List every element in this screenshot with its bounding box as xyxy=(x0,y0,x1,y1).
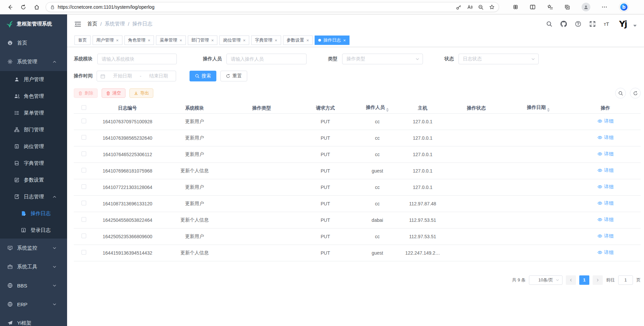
sidebar-item-parameter-settings[interactable]: 参数设置 xyxy=(0,172,67,188)
sidebar-item-home[interactable]: 首页 xyxy=(0,34,67,52)
sidebar-item-menu-management[interactable]: 菜单管理 xyxy=(0,105,67,121)
sidebar-item-system-management[interactable]: 系统管理 xyxy=(0,52,67,71)
tab-user-management[interactable]: 用户管理× xyxy=(93,36,122,45)
browser-refresh-button[interactable] xyxy=(17,1,29,13)
sidebar-item-yi-framework[interactable]: Yi框架 xyxy=(0,314,67,326)
close-icon[interactable]: × xyxy=(343,38,346,43)
github-icon[interactable] xyxy=(560,21,567,27)
avatar-caret-icon[interactable] xyxy=(633,25,637,27)
sidebar-item-department-management[interactable]: 部门管理 xyxy=(0,121,67,138)
end-date-placeholder[interactable]: 结束日期 xyxy=(145,73,172,79)
browser-profile-avatar[interactable] xyxy=(582,3,590,11)
detail-link[interactable]: 详细 xyxy=(597,250,613,256)
start-date-placeholder[interactable]: 开始日期 xyxy=(109,73,137,79)
close-icon[interactable]: × xyxy=(116,38,119,43)
favorites-icon[interactable] xyxy=(547,4,553,10)
clear-button[interactable]: 清空 xyxy=(102,88,125,98)
fullscreen-icon[interactable] xyxy=(589,21,596,27)
page-number-1[interactable]: 1 xyxy=(579,275,589,285)
sidebar-item-login-log[interactable]: 登录日志 xyxy=(0,222,67,239)
detail-link[interactable]: 详细 xyxy=(597,168,613,174)
select-all-checkbox[interactable] xyxy=(82,105,86,110)
tab-menu-management[interactable]: 菜单管理× xyxy=(156,36,186,45)
detail-link[interactable]: 详细 xyxy=(597,217,613,223)
table-search-toggle-button[interactable] xyxy=(615,88,626,99)
breadcrumb-home[interactable]: 首页 xyxy=(87,21,97,27)
row-checkbox[interactable] xyxy=(82,184,86,189)
sidebar-item-post-management[interactable]: 岗位管理 xyxy=(0,138,67,155)
close-icon[interactable]: × xyxy=(307,38,309,43)
sort-icon[interactable] xyxy=(386,108,389,112)
tab-role-management[interactable]: 角色管理× xyxy=(124,36,154,45)
tab-operation-log[interactable]: 操作日志× xyxy=(315,36,350,45)
tab-parameter-settings[interactable]: 参数设置× xyxy=(283,36,313,45)
browser-back-button[interactable] xyxy=(4,1,15,13)
delete-button[interactable]: 删除 xyxy=(74,88,98,98)
header-search-icon[interactable] xyxy=(546,21,552,27)
browser-menu-dots-icon[interactable] xyxy=(601,4,607,10)
next-page-button[interactable] xyxy=(593,275,603,285)
url-text[interactable]: https://ccnetcore.com:1101/system/log/op… xyxy=(58,4,453,10)
row-checkbox[interactable] xyxy=(82,168,86,173)
table-refresh-button[interactable] xyxy=(630,88,641,99)
zoom-out-icon[interactable] xyxy=(478,4,484,10)
browser-essentials-icon[interactable] xyxy=(513,4,519,10)
address-bar[interactable]: https://ccnetcore.com:1101/system/log/op… xyxy=(46,2,499,12)
tab-dict-management[interactable]: 字典管理× xyxy=(251,36,281,45)
read-aloud-icon[interactable] xyxy=(467,4,473,10)
sidebar-item-system-tools[interactable]: 系统工具 xyxy=(0,257,67,276)
password-key-icon[interactable] xyxy=(456,4,462,10)
reset-button[interactable]: 重置 xyxy=(220,71,247,81)
sidebar-item-bbs[interactable]: BBS xyxy=(0,276,67,295)
page-size-select[interactable]: 10条/页 xyxy=(529,275,562,285)
row-checkbox[interactable] xyxy=(82,217,86,222)
tab-home[interactable]: 首页 xyxy=(74,36,91,45)
sidebar-item-erp[interactable]: ERP xyxy=(0,295,67,314)
date-range-picker[interactable]: 开始日期 - 结束日期 xyxy=(97,71,176,81)
close-icon[interactable]: × xyxy=(275,38,277,43)
detail-link[interactable]: 详细 xyxy=(597,200,613,206)
detail-link[interactable]: 详细 xyxy=(597,184,613,190)
tab-department-management[interactable]: 部门管理× xyxy=(188,36,218,45)
app-logo[interactable]: 意框架管理系统 xyxy=(0,14,67,34)
sidebar-item-user-management[interactable]: 用户管理 xyxy=(0,71,67,88)
split-screen-icon[interactable] xyxy=(530,4,536,10)
copilot-bing-icon[interactable] xyxy=(619,2,629,12)
breadcrumb-section[interactable]: 系统管理 xyxy=(105,21,125,27)
browser-home-button[interactable] xyxy=(31,1,42,13)
detail-link[interactable]: 详细 xyxy=(597,233,613,239)
sidebar-item-log-management[interactable]: 日志管理 xyxy=(0,188,67,205)
type-filter-select[interactable]: 操作类型 xyxy=(342,54,423,64)
detail-link[interactable]: 详细 xyxy=(597,151,613,157)
close-icon[interactable]: × xyxy=(179,38,182,43)
close-icon[interactable]: × xyxy=(243,38,246,43)
site-lock-icon[interactable] xyxy=(50,5,55,10)
sort-icon[interactable] xyxy=(547,108,550,112)
collections-icon[interactable] xyxy=(564,4,570,10)
row-checkbox[interactable] xyxy=(82,119,86,123)
sidebar-collapse-icon[interactable] xyxy=(74,21,81,27)
tab-post-management[interactable]: 岗位管理× xyxy=(219,36,249,45)
export-button[interactable]: 导出 xyxy=(129,88,153,98)
close-icon[interactable]: × xyxy=(148,38,151,43)
sidebar-item-system-monitor[interactable]: 系统监控 xyxy=(0,239,67,257)
status-filter-select[interactable]: 日志状态 xyxy=(459,54,539,64)
prev-page-button[interactable] xyxy=(566,275,576,285)
font-size-icon[interactable]: тT xyxy=(604,21,609,27)
close-icon[interactable]: × xyxy=(211,38,214,43)
detail-link[interactable]: 详细 xyxy=(597,118,613,124)
detail-link[interactable]: 详细 xyxy=(597,135,613,141)
sidebar-item-dict-management[interactable]: 字典管理 xyxy=(0,155,67,172)
operator-filter-input[interactable] xyxy=(226,54,307,64)
row-checkbox[interactable] xyxy=(82,135,86,140)
sidebar-item-role-management[interactable]: 角色管理 xyxy=(0,88,67,105)
row-checkbox[interactable] xyxy=(82,201,86,205)
col-date[interactable]: 操作日期 xyxy=(506,103,570,113)
user-avatar-logo[interactable]: Yj xyxy=(617,19,629,29)
goto-page-input[interactable] xyxy=(618,275,633,285)
row-checkbox[interactable] xyxy=(82,234,86,238)
module-filter-input[interactable] xyxy=(97,54,177,64)
col-operator[interactable]: 操作人员 xyxy=(356,103,399,113)
sidebar-item-operation-log[interactable]: 操作日志 xyxy=(0,205,67,222)
help-icon[interactable] xyxy=(575,21,581,27)
